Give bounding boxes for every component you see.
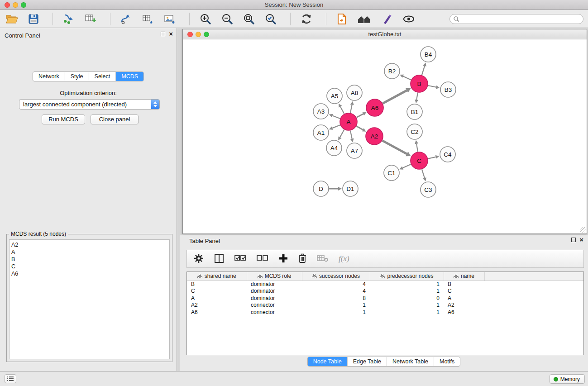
columns-icon[interactable]	[214, 253, 225, 265]
column-header-MCDS-role[interactable]: MCDS role	[247, 272, 302, 281]
table-row[interactable]: Adominator80A	[187, 295, 583, 302]
close-panel-icon[interactable]: ×	[579, 238, 583, 242]
graph-node-C3[interactable]: C3	[421, 182, 436, 197]
column-header-name[interactable]: name	[444, 272, 484, 281]
graph-edge-A-A1[interactable]	[332, 125, 340, 128]
column-header-shared-name[interactable]: shared name	[187, 272, 247, 281]
graph-edge-A6-B[interactable]	[383, 91, 407, 104]
graph-node-D[interactable]: D	[313, 181, 329, 196]
graph-node-A7[interactable]: A7	[347, 143, 362, 158]
graph-edge-A-A8[interactable]	[350, 105, 352, 113]
column-header-successor-nodes[interactable]: successor nodes	[302, 272, 370, 281]
network-window-titlebar[interactable]: testGlobe.txt	[183, 29, 587, 39]
graph-edge-A-A7[interactable]	[350, 131, 352, 139]
graph-node-B1[interactable]: B1	[407, 104, 422, 119]
graph-edge-B-B1[interactable]	[416, 93, 418, 100]
table-row[interactable]: A6connector11A6	[187, 309, 583, 316]
deselect-all-rows-icon[interactable]	[256, 253, 269, 265]
graph-edge-C-C4[interactable]	[428, 157, 436, 159]
export-image-icon[interactable]	[164, 14, 176, 24]
memory-button[interactable]: Memory	[550, 374, 585, 384]
delete-column-icon[interactable]	[298, 253, 307, 265]
graph-node-C2[interactable]: C2	[407, 124, 422, 139]
graph-node-C4[interactable]: C4	[440, 147, 455, 162]
task-history-button[interactable]	[5, 374, 16, 383]
graph-node-A4[interactable]: A4	[326, 140, 342, 156]
graph-edge-C-C3[interactable]	[422, 169, 425, 178]
export-table-icon[interactable]	[142, 14, 154, 24]
table-row[interactable]: Bdominator41B	[187, 281, 583, 288]
zoom-out-icon[interactable]	[221, 13, 233, 25]
float-panel-icon[interactable]	[571, 238, 576, 242]
graph-node-B3[interactable]: B3	[440, 82, 456, 97]
zoom-fit-icon[interactable]	[243, 13, 255, 25]
optimization-criterion-dropdown[interactable]: largest connected component (directed)	[19, 99, 160, 110]
tab-motifs[interactable]: Motifs	[434, 357, 460, 366]
graph-node-C[interactable]: C	[411, 152, 428, 169]
float-panel-icon[interactable]	[161, 32, 165, 36]
table-row[interactable]: A2connector11A2	[187, 302, 583, 309]
home-icon[interactable]	[357, 14, 372, 24]
tab-network-table[interactable]: Network Table	[387, 357, 434, 366]
graph-node-A[interactable]: A	[340, 113, 357, 130]
result-item[interactable]: B	[11, 256, 167, 263]
graph-edge-A-A4[interactable]	[340, 130, 344, 138]
graph-edge-A-A5[interactable]	[340, 107, 344, 114]
graph-edge-A-A3[interactable]	[332, 116, 340, 119]
graph-node-A1[interactable]: A1	[313, 125, 329, 140]
select-all-rows-icon[interactable]	[234, 253, 247, 265]
graph-edge-B-B3[interactable]	[428, 86, 436, 87]
graph-node-D1[interactable]: D1	[343, 181, 358, 196]
result-item[interactable]: A6	[11, 270, 167, 277]
gear-icon[interactable]	[193, 253, 204, 265]
export-network-icon[interactable]	[120, 14, 132, 24]
resize-grip[interactable]	[580, 227, 586, 233]
tab-edge-table[interactable]: Edge Table	[348, 357, 387, 366]
search-field[interactable]	[449, 14, 583, 24]
zoom-selected-icon[interactable]	[265, 13, 277, 25]
graph-node-B4[interactable]: B4	[421, 47, 436, 62]
graph-edge-B-B2[interactable]	[403, 76, 411, 80]
open-folder-icon[interactable]	[5, 14, 18, 24]
search-input[interactable]	[459, 15, 583, 23]
refresh-icon[interactable]	[301, 13, 312, 25]
eye-icon[interactable]	[402, 14, 415, 24]
graph-node-B2[interactable]: B2	[384, 63, 400, 79]
graph-node-A6[interactable]: A6	[366, 99, 383, 116]
network-document-icon[interactable]	[336, 13, 347, 25]
network-canvas[interactable]: AA6A2BCA5A8A3A1A4A7B1B2B3B4C1C2C3C4DD1	[183, 39, 587, 234]
style-brush-icon[interactable]	[382, 14, 392, 24]
import-table-icon[interactable]	[85, 14, 96, 24]
tab-select[interactable]: Select	[89, 72, 116, 81]
column-header-predecessor-nodes[interactable]: predecessor nodes	[370, 272, 444, 281]
graph-node-A5[interactable]: A5	[327, 88, 342, 104]
result-item[interactable]: A2	[11, 241, 167, 248]
graph-edge-A-A6[interactable]	[357, 114, 363, 118]
result-item[interactable]: A	[11, 248, 167, 256]
function-builder-icon[interactable]: f(x)	[339, 254, 349, 263]
node-table[interactable]: shared nameMCDS rolesuccessor nodesprede…	[186, 272, 584, 355]
graph-edge-A2-C[interactable]	[382, 141, 407, 154]
tab-mcds[interactable]: MCDS	[116, 72, 143, 81]
result-item[interactable]: C	[11, 263, 167, 270]
tab-style[interactable]: Style	[65, 72, 89, 81]
close-panel-button[interactable]: Close panel	[91, 114, 139, 124]
network-graph[interactable]: AA6A2BCA5A8A3A1A4A7B1B2B3B4C1C2C3C4DD1	[183, 39, 587, 234]
graph-edge-C-C1[interactable]	[403, 164, 411, 168]
zoom-in-icon[interactable]	[200, 13, 211, 25]
add-column-icon[interactable]	[278, 253, 288, 265]
tab-network[interactable]: Network	[33, 72, 65, 81]
graph-node-A3[interactable]: A3	[313, 104, 329, 119]
graph-node-B[interactable]: B	[411, 75, 428, 92]
close-panel-icon[interactable]: ×	[169, 32, 173, 36]
graph-edge-C-C2[interactable]	[416, 144, 418, 152]
save-icon[interactable]	[28, 14, 39, 24]
import-network-icon[interactable]	[63, 14, 75, 24]
table-row[interactable]: Cdominator41C	[187, 288, 583, 295]
graph-node-A2[interactable]: A2	[366, 128, 383, 145]
delete-table-icon[interactable]	[316, 253, 329, 265]
tab-node-table[interactable]: Node Table	[308, 357, 348, 366]
run-mcds-button[interactable]: Run MCDS	[42, 114, 85, 124]
mcds-result-list[interactable]: A2ABCA6	[9, 239, 170, 359]
graph-node-C1[interactable]: C1	[384, 165, 399, 181]
